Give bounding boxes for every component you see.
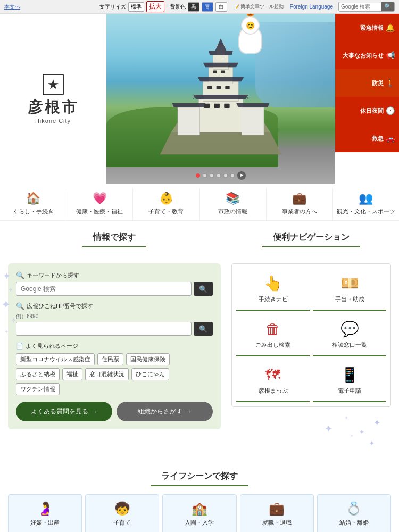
logo-area: ★ 彦根市 Hikone City <box>0 14 106 184</box>
top-search-input[interactable] <box>339 3 381 11</box>
nav-business[interactable]: 💼 事業者の方へ <box>267 188 333 220</box>
svg-rect-5 <box>224 104 229 108</box>
hp-label: 🔍 広報ひこねHP番号で探す <box>16 302 213 310</box>
top-search-btn[interactable]: 🔍 <box>381 2 394 11</box>
life-childcare[interactable]: 🧒 子育て <box>85 494 159 532</box>
dot-4[interactable] <box>217 173 221 178</box>
font-size-label: 文字サイズ <box>99 3 126 11</box>
nav-children[interactable]: 👶 子育て・教育 <box>133 188 200 220</box>
navi-teate-label: 手当・助成 <box>335 295 364 303</box>
slideshow-play[interactable]: ▶ <box>237 171 246 180</box>
navi-denshi[interactable]: 📱 電子申請 <box>313 360 386 402</box>
svg-marker-10 <box>193 95 248 99</box>
org-btn[interactable]: 組織からさがす → <box>117 402 213 421</box>
tag-furusato[interactable]: ふるさと納税 <box>16 368 60 380</box>
tag-list: 新型コロナウイルス感染症 住民票 国民健康保険 ふるさと納税 福祉 窓口混雑状況… <box>16 353 213 395</box>
nav-business-label: 事業者の方へ <box>282 207 317 215</box>
nav-children-icon: 👶 <box>159 192 173 205</box>
nav-health-icon: 💗 <box>93 192 107 205</box>
dot-3[interactable] <box>210 173 214 178</box>
life-title-wrapper: ライフシーンで探す <box>8 471 391 486</box>
keyword-search-btn[interactable]: 🔍 <box>194 282 213 296</box>
svg-rect-20 <box>178 107 200 135</box>
disaster-label: 防災 <box>372 79 384 87</box>
navi-map[interactable]: 🗺 彦根まっぷ <box>236 360 310 402</box>
star-3: ✦ <box>344 415 348 421</box>
svg-marker-14 <box>197 77 244 81</box>
bg-blue-btn[interactable]: 青 <box>202 2 213 12</box>
holiday-icon: 🕐 <box>386 106 395 115</box>
faq-btn[interactable]: よくある質問を見る → <box>16 402 112 421</box>
tag-fukushi[interactable]: 福祉 <box>62 368 82 380</box>
nav-culture[interactable]: 👥 観光・文化・スポーツ <box>333 188 399 220</box>
navi-gomi[interactable]: 🗑 ごみ出し検索 <box>236 314 310 356</box>
bg-black-btn[interactable]: 黒 <box>188 2 200 12</box>
navi-teate[interactable]: 💴 手当・助成 <box>313 268 386 311</box>
dot-2[interactable] <box>203 173 207 178</box>
keyword-input[interactable] <box>16 282 192 296</box>
tag-kenko[interactable]: 国民健康保険 <box>126 353 170 365</box>
emergency-label: 緊急情報 <box>360 24 384 31</box>
life-pregnancy[interactable]: 🤰 妊娠・出産 <box>8 494 82 532</box>
main-content: 情報で探す 🔍 キーワードから探す 🔍 � <box>0 221 399 532</box>
nav-children-label: 子育て・教育 <box>148 207 184 215</box>
lang-btn[interactable]: Foreign Language <box>290 4 333 10</box>
life-job[interactable]: 💼 就職・退職 <box>240 494 314 532</box>
popular-section: 📄 よく見られるページ 新型コロナウイルス感染症 住民票 国民健康保険 ふるさと… <box>16 342 213 395</box>
ambulance-label: 救急 <box>372 135 384 143</box>
life-school[interactable]: 🏫 入園・入学 <box>162 494 236 532</box>
navi-soudan-icon: 💬 <box>340 320 359 338</box>
navi-soudan[interactable]: 💬 相談窓口一覧 <box>313 314 386 356</box>
nav-daily[interactable]: 🏠 くらし・手続き <box>0 188 66 220</box>
skip-link[interactable]: 本文へ <box>4 3 20 11</box>
emergency-info-btn[interactable]: 緊急情報 🔔 <box>335 14 399 41</box>
nav-culture-label: 観光・文化・スポーツ <box>337 207 395 215</box>
holiday-label: 休日夜間 <box>360 107 384 115</box>
navi-teate-icon: 💴 <box>340 275 359 292</box>
font-standard-btn[interactable]: 標準 <box>128 2 144 12</box>
svg-rect-8 <box>217 86 221 89</box>
navi-denshi-icon: 📱 <box>340 366 359 384</box>
tag-madoguchi[interactable]: 窓口混雑状況 <box>85 368 129 380</box>
school-label: 入園・入学 <box>185 519 214 526</box>
nav-city[interactable]: 📚 市政の情報 <box>200 188 267 220</box>
nav-health[interactable]: 💗 健康・医療・福祉 <box>66 188 133 220</box>
font-large-btn[interactable]: 拡大 <box>146 1 164 12</box>
search-area: 🔍 キーワードから探す 🔍 🔍 広報ひこねHP番号で探す 例）6990 <box>8 263 221 429</box>
notice-label: 大事なお知らせ <box>343 52 384 59</box>
mascot: 😊 🎃 <box>234 24 266 54</box>
life-marriage[interactable]: 💍 結婚・離婚 <box>317 494 391 532</box>
disaster-btn[interactable]: 防災 🚶 <box>335 69 399 97</box>
hp-search-btn[interactable]: 🔍 <box>194 322 213 336</box>
navi-tetsuzuki[interactable]: 👆 手続きナビ <box>236 268 310 311</box>
tag-jyuminhyo[interactable]: 住民票 <box>97 353 123 365</box>
bg-white-btn[interactable]: 白 <box>215 2 227 12</box>
search-title-wrapper: 情報で探す <box>8 232 221 255</box>
holiday-btn[interactable]: 休日夜間 🕐 <box>335 97 399 124</box>
svg-marker-16 <box>203 63 238 67</box>
ambulance-btn[interactable]: 救急 🚗 <box>335 124 399 152</box>
tag-corona[interactable]: 新型コロナウイルス感染症 <box>16 353 95 365</box>
tools-label: 📝簡単文章ツール起動 <box>234 3 284 10</box>
dot-5[interactable] <box>223 173 228 178</box>
pregnancy-icon: 🤰 <box>37 501 53 516</box>
star-5: ✦ <box>350 434 354 438</box>
tag-hikonyan[interactable]: ひこにゃん <box>131 368 169 380</box>
life-section-title: ライフシーンで探す <box>151 471 248 486</box>
navi-map-icon: 🗺 <box>265 366 280 384</box>
popular-icon: 📄 <box>16 343 23 350</box>
keyword-search: 🔍 キーワードから探す 🔍 <box>16 271 213 296</box>
nav-city-label: 市政の情報 <box>218 207 247 215</box>
dot-1[interactable] <box>196 173 200 178</box>
dot-6[interactable] <box>230 173 235 178</box>
emergency-sidebar: 緊急情報 🔔 大事なお知らせ 📢 防災 🚶 休日夜間 🕐 救急 🚗 <box>335 14 399 184</box>
pregnancy-label: 妊娠・出産 <box>30 519 60 526</box>
hp-input[interactable] <box>16 322 192 336</box>
emergency-icon: 🔔 <box>386 23 395 32</box>
svg-marker-21 <box>172 103 205 107</box>
tag-vaccine[interactable]: ワクチン情報 <box>16 383 60 395</box>
notice-btn[interactable]: 大事なお知らせ 📢 <box>335 41 399 69</box>
org-arrow-icon: → <box>185 408 192 415</box>
logo-emblem: ★ <box>43 74 64 95</box>
navi-tetsuzuki-icon: 👆 <box>264 275 282 292</box>
